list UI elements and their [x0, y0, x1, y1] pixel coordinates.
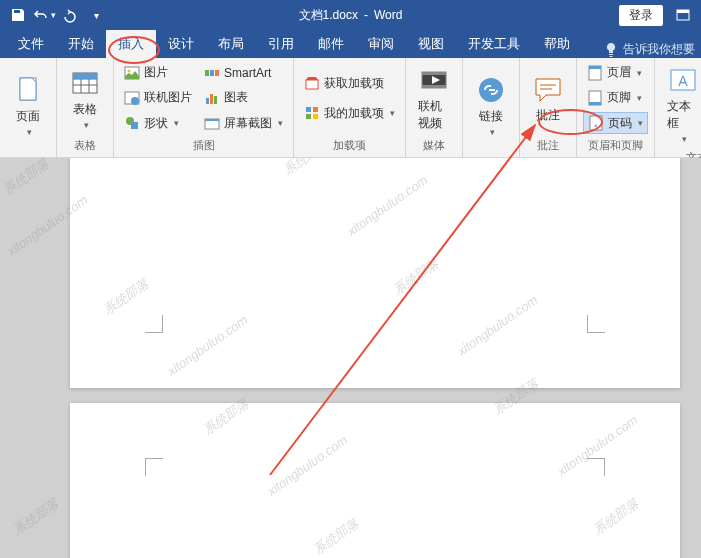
svg-rect-15 [210, 94, 213, 104]
my-addins-button[interactable]: 我的加载项▾ [300, 102, 399, 124]
comment-icon [532, 73, 564, 105]
document-name: 文档1.docx [299, 7, 358, 24]
svg-rect-23 [313, 114, 318, 119]
page-upper[interactable] [70, 158, 680, 388]
group-addins: 获取加载项 我的加载项▾ 加载项 [294, 58, 406, 157]
svg-rect-14 [206, 98, 209, 104]
page-label: 页面 [16, 108, 40, 125]
svg-rect-29 [589, 66, 601, 69]
ribbon-display-options[interactable] [671, 3, 695, 27]
online-picture-icon [124, 90, 140, 106]
watermark: 系统部落 [0, 158, 52, 199]
shapes-icon [124, 115, 140, 131]
textbox-button[interactable]: A 文本框 ▾ [659, 60, 701, 148]
svg-point-6 [128, 69, 131, 72]
tab-help[interactable]: 帮助 [532, 30, 582, 58]
group-label-links [467, 151, 515, 155]
footer-icon [587, 90, 603, 106]
group-label-tables: 表格 [61, 136, 109, 155]
title-bar: ▾ ▾ 文档1.docx - Word 登录 [0, 0, 701, 30]
tab-view[interactable]: 视图 [406, 30, 456, 58]
picture-icon [124, 65, 140, 81]
qat-customize[interactable]: ▾ [84, 3, 108, 27]
comment-button[interactable]: 批注 [524, 60, 572, 136]
ribbon-tabs: 文件 开始 插入 设计 布局 引用 邮件 审阅 视图 开发工具 帮助 告诉我你想… [0, 30, 701, 58]
tell-me-search[interactable]: 告诉我你想要 [603, 41, 701, 58]
login-button[interactable]: 登录 [619, 5, 663, 26]
save-button[interactable] [6, 3, 30, 27]
pagenum-icon: # [588, 115, 604, 131]
group-links: 链接 ▾ [463, 58, 520, 157]
chart-icon [204, 90, 220, 106]
pictures-button[interactable]: 图片 [120, 62, 196, 84]
lightbulb-icon [603, 42, 619, 58]
video-label: 联机视频 [418, 98, 450, 132]
smartart-icon [204, 65, 220, 81]
tab-layout[interactable]: 布局 [206, 30, 256, 58]
svg-point-8 [131, 97, 139, 105]
ribbon-insert: 页面 ▾ 表格 ▾ 表格 图片 联机图片 形状▾ SmartArt 图表 [0, 58, 701, 158]
store-icon [304, 75, 320, 91]
shapes-button[interactable]: 形状▾ [120, 112, 196, 134]
tab-file[interactable]: 文件 [6, 30, 56, 58]
group-text: A 文本框 ▾ A A 文本 [655, 58, 701, 157]
watermark: 系统部落 [10, 495, 63, 540]
page-lower[interactable]: 第 四 页 [70, 403, 680, 558]
svg-rect-19 [306, 80, 318, 89]
online-video-button[interactable]: 联机视频 [410, 60, 458, 136]
document-area[interactable]: 第 四 页 系统部落 xitongbuluo.com 系统部落 xitongbu… [0, 158, 701, 558]
svg-rect-16 [214, 96, 217, 104]
get-addins-button[interactable]: 获取加载项 [300, 72, 399, 94]
table-button[interactable]: 表格 ▾ [61, 60, 109, 136]
link-icon [475, 74, 507, 106]
online-pictures-button[interactable]: 联机图片 [120, 87, 196, 109]
group-label-pages [4, 151, 52, 155]
window-title: 文档1.docx - Word [299, 7, 403, 24]
chart-button[interactable]: 图表 [200, 87, 287, 109]
page-icon [12, 74, 44, 106]
quick-access-toolbar: ▾ ▾ [0, 3, 108, 27]
footer-button[interactable]: 页脚▾ [583, 87, 648, 109]
group-pages: 页面 ▾ [0, 58, 57, 157]
video-icon [418, 64, 450, 96]
svg-rect-4 [73, 73, 97, 79]
svg-rect-31 [589, 102, 601, 105]
group-label-headerfooter: 页眉和页脚 [581, 136, 650, 155]
textbox-icon: A [667, 64, 699, 96]
screenshot-icon [204, 115, 220, 131]
group-tables: 表格 ▾ 表格 [57, 58, 114, 157]
tab-design[interactable]: 设计 [156, 30, 206, 58]
tell-me-label: 告诉我你想要 [623, 41, 695, 58]
svg-rect-21 [313, 107, 318, 112]
tab-mailings[interactable]: 邮件 [306, 30, 356, 58]
page-button[interactable]: 页面 ▾ [4, 60, 52, 151]
svg-rect-20 [306, 107, 311, 112]
svg-rect-10 [131, 122, 138, 129]
screenshot-button[interactable]: 屏幕截图▾ [200, 112, 287, 134]
group-label-addins: 加载项 [298, 136, 401, 155]
tab-review[interactable]: 审阅 [356, 30, 406, 58]
tab-developer[interactable]: 开发工具 [456, 30, 532, 58]
app-name: Word [374, 8, 402, 22]
group-label-media: 媒体 [410, 136, 458, 155]
tab-references[interactable]: 引用 [256, 30, 306, 58]
svg-rect-22 [306, 114, 311, 119]
smartart-button[interactable]: SmartArt [200, 62, 287, 84]
link-button[interactable]: 链接 ▾ [467, 60, 515, 151]
svg-text:A: A [678, 73, 688, 89]
svg-rect-25 [422, 72, 446, 75]
undo-button[interactable]: ▾ [32, 3, 56, 27]
table-icon [69, 67, 101, 99]
group-headerfooter: 页眉▾ 页脚▾ #页码▾ 页眉和页脚 [577, 58, 655, 157]
redo-button[interactable] [58, 3, 82, 27]
header-icon [587, 65, 603, 81]
svg-rect-11 [205, 70, 209, 76]
page-number-button[interactable]: #页码▾ [583, 112, 648, 134]
svg-rect-1 [677, 10, 689, 13]
link-label: 链接 [479, 108, 503, 125]
group-label-illustrations: 插图 [118, 136, 289, 155]
header-button[interactable]: 页眉▾ [583, 62, 648, 84]
tab-home[interactable]: 开始 [56, 30, 106, 58]
tab-insert[interactable]: 插入 [106, 30, 156, 58]
group-media: 联机视频 媒体 [406, 58, 463, 157]
